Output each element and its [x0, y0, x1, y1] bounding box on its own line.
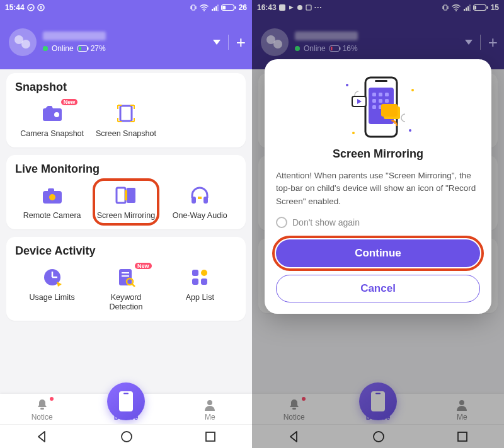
svg-rect-5 [212, 9, 213, 11]
home-icon[interactable] [120, 430, 134, 444]
status-bar: 15:44 26 [0, 0, 252, 15]
bell-icon [35, 398, 49, 412]
svg-rect-76 [372, 99, 376, 103]
svg-rect-14 [88, 47, 89, 50]
svg-rect-32 [122, 275, 129, 277]
svg-rect-30 [119, 269, 132, 285]
tab-notice[interactable]: Notice [17, 398, 67, 422]
svg-marker-29 [57, 282, 62, 287]
item-label: Screen Mirroring [89, 211, 163, 221]
status-time: 15:44 [5, 3, 25, 12]
center-tab-device[interactable] [107, 382, 145, 420]
item-label: Usage Limits [15, 293, 89, 302]
svg-rect-25 [192, 197, 196, 204]
svg-point-17 [54, 112, 59, 117]
content-scroll[interactable]: Snapshot New Camera Snapshot Screen Snap… [0, 69, 252, 396]
svg-point-4 [203, 10, 205, 11]
phone-icon [118, 390, 134, 413]
battery-icon [221, 4, 236, 11]
person-icon [203, 398, 217, 412]
live-title: Live Monitoring [15, 163, 237, 176]
chevron-down-icon[interactable] [213, 40, 220, 45]
person-circle-icon [37, 4, 45, 11]
svg-rect-42 [123, 393, 129, 394]
continue-button[interactable]: Continue [276, 239, 480, 267]
svg-rect-79 [372, 105, 376, 109]
svg-point-40 [207, 400, 212, 405]
svg-rect-85 [381, 104, 398, 117]
button-label: Continue [355, 247, 401, 260]
online-status: Online [52, 44, 74, 53]
screen-snapshot-item[interactable]: Screen Snapshot [89, 101, 163, 139]
svg-rect-77 [379, 99, 382, 103]
svg-point-68 [411, 89, 414, 91]
camera-snapshot-item[interactable]: New Camera Snapshot [15, 101, 89, 139]
item-label: Screen Snapshot [89, 129, 163, 139]
wifi-icon [200, 4, 209, 11]
tab-label: Me [185, 413, 235, 422]
phone-left: 15:44 26 Online 27% [0, 0, 252, 448]
svg-rect-27 [198, 197, 202, 199]
svg-rect-13 [79, 47, 81, 50]
item-label: Remote Camera [15, 211, 89, 221]
svg-rect-78 [385, 99, 389, 103]
svg-point-69 [352, 132, 355, 134]
android-nav-bar [0, 424, 252, 448]
svg-rect-7 [215, 6, 217, 11]
device-battery: 27% [77, 44, 106, 53]
svg-rect-26 [203, 197, 208, 204]
tab-label: Notice [17, 413, 67, 422]
vibrate-icon [190, 4, 197, 11]
dont-show-again-checkbox[interactable]: Don't show again [276, 217, 480, 228]
signal-icon [211, 4, 219, 11]
svg-point-2 [40, 6, 42, 8]
new-badge: New [61, 99, 78, 105]
svg-rect-37 [192, 279, 198, 285]
svg-point-70 [409, 129, 411, 132]
new-badge: New [135, 263, 152, 269]
svg-point-67 [346, 84, 348, 86]
item-label: Camera Snapshot [15, 129, 89, 139]
recent-icon[interactable] [204, 430, 217, 443]
usage-limits-item[interactable]: Usage Limits [15, 265, 89, 312]
svg-rect-22 [117, 188, 125, 203]
svg-rect-10 [222, 6, 226, 9]
checkbox-icon [276, 217, 287, 228]
snapshot-title: Snapshot [15, 81, 237, 94]
device-activity-card: Device Activity Usage Limits New Keyword… [6, 237, 246, 321]
camera-snapshot-icon [42, 105, 63, 122]
svg-point-43 [122, 432, 132, 442]
screen-mirroring-icon [115, 187, 137, 204]
modal-body: Attention! When parents use "Screen Mirr… [276, 169, 480, 208]
svg-line-34 [132, 284, 135, 287]
svg-rect-3 [192, 5, 195, 10]
divider [228, 35, 229, 50]
screen-snapshot-icon [117, 104, 135, 123]
one-way-audio-item[interactable]: One-Way Audio [163, 183, 237, 221]
tab-me[interactable]: Me [185, 398, 235, 422]
phone-right: 16:43 ··· 15 Online 16% [252, 0, 504, 448]
remote-camera-item[interactable]: Remote Camera [15, 183, 89, 221]
item-label: One-Way Audio [163, 211, 237, 221]
plus-icon[interactable]: + [236, 34, 246, 50]
modal-title: Screen Mirroring [276, 147, 480, 161]
back-icon[interactable] [35, 430, 49, 444]
keyword-detection-item[interactable]: New Keyword Detection [89, 265, 163, 312]
avatar[interactable] [9, 28, 37, 56]
username-blurred [43, 32, 106, 40]
svg-rect-20 [48, 188, 54, 192]
cancel-button[interactable]: Cancel [276, 275, 480, 302]
item-label: App List [163, 293, 237, 302]
item-label: Keyword Detection [89, 293, 163, 312]
keyword-detection-icon [117, 268, 135, 287]
notification-dot-icon [50, 397, 54, 401]
snapshot-card: Snapshot New Camera Snapshot Screen Snap… [6, 73, 246, 147]
remote-camera-icon [42, 187, 63, 204]
app-list-icon [191, 268, 209, 286]
svg-rect-23 [127, 188, 135, 203]
app-list-item[interactable]: App List [163, 265, 237, 312]
svg-rect-75 [385, 93, 389, 96]
svg-rect-6 [214, 8, 215, 11]
dont-show-label: Don't show again [292, 217, 360, 227]
screen-mirroring-item[interactable]: Screen Mirroring [89, 183, 163, 221]
